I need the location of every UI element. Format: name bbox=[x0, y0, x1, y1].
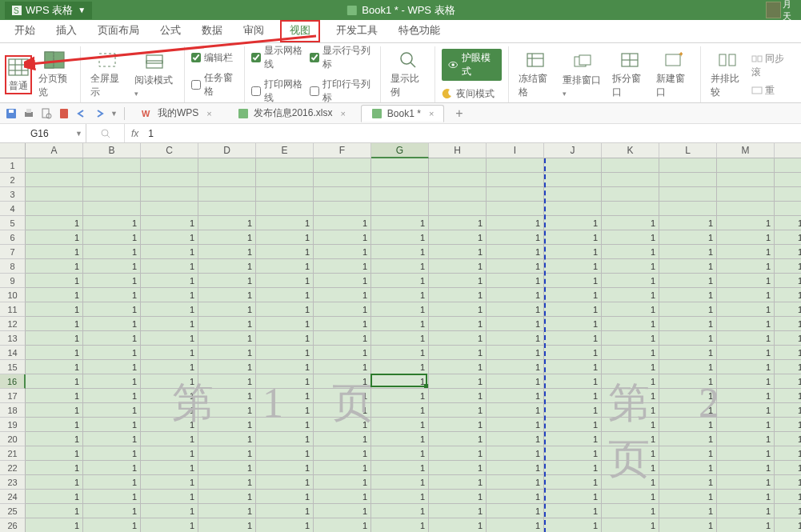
cell[interactable]: 1 bbox=[198, 360, 256, 374]
cell[interactable] bbox=[717, 173, 775, 187]
cell[interactable]: 1 bbox=[487, 302, 544, 317]
cell[interactable]: 1 bbox=[544, 216, 602, 230]
cell[interactable]: 1 bbox=[26, 274, 83, 288]
row-header[interactable]: 5 bbox=[0, 216, 26, 230]
cell[interactable]: 1 bbox=[717, 346, 775, 360]
cell[interactable]: 1 bbox=[141, 317, 198, 331]
column-header[interactable]: J bbox=[544, 143, 602, 158]
cell[interactable]: 1 bbox=[141, 418, 198, 432]
cell[interactable]: 1 bbox=[544, 389, 602, 403]
cell[interactable]: 1 bbox=[429, 504, 487, 518]
cell[interactable]: 1 bbox=[659, 446, 717, 461]
cell[interactable]: 1 bbox=[83, 518, 141, 532]
cell[interactable]: 1 bbox=[141, 288, 198, 302]
cell[interactable] bbox=[256, 158, 314, 173]
cell[interactable]: 1 bbox=[659, 475, 717, 490]
cell[interactable]: 1 bbox=[141, 245, 198, 259]
cell[interactable]: 1 bbox=[659, 230, 717, 245]
cell[interactable]: 1 bbox=[659, 302, 717, 317]
cell[interactable]: 1 bbox=[544, 288, 602, 302]
cell[interactable]: 1 bbox=[487, 317, 544, 331]
cell[interactable]: 1 bbox=[659, 389, 717, 403]
cell[interactable]: 1 bbox=[26, 245, 83, 259]
cell[interactable]: 1 bbox=[717, 317, 775, 331]
cell[interactable]: 1 bbox=[26, 317, 83, 331]
cell[interactable]: 1 bbox=[659, 374, 717, 389]
cell[interactable]: 1 bbox=[26, 475, 83, 490]
select-all-corner[interactable] bbox=[0, 143, 26, 158]
cell[interactable]: 1 bbox=[83, 374, 141, 389]
cell[interactable]: 1 bbox=[487, 418, 544, 432]
cell[interactable]: 1 bbox=[429, 518, 487, 532]
cell[interactable]: 1 bbox=[314, 230, 371, 245]
cell[interactable]: 1 bbox=[602, 504, 659, 518]
cell[interactable] bbox=[544, 202, 602, 216]
row-header[interactable]: 24 bbox=[0, 490, 26, 504]
print-gridlines-checkbox[interactable]: 打印网格线 bbox=[251, 78, 306, 105]
cell[interactable]: 1 bbox=[83, 259, 141, 274]
menu-item[interactable]: 特色功能 bbox=[394, 20, 445, 42]
row-header[interactable]: 3 bbox=[0, 187, 26, 202]
cell[interactable]: 1 bbox=[256, 504, 314, 518]
cell[interactable]: 1 bbox=[198, 418, 256, 432]
cell[interactable]: 1 bbox=[659, 490, 717, 504]
cell[interactable]: 1 bbox=[83, 230, 141, 245]
cell[interactable]: 1 bbox=[198, 259, 256, 274]
cell[interactable]: 1 bbox=[371, 418, 429, 432]
cell[interactable]: 1 bbox=[371, 389, 429, 403]
cell[interactable]: 1 bbox=[198, 389, 256, 403]
cell[interactable]: 1 bbox=[487, 446, 544, 461]
cell[interactable]: 1 bbox=[141, 518, 198, 532]
cell[interactable] bbox=[544, 173, 602, 187]
cell[interactable]: 1 bbox=[83, 446, 141, 461]
cell[interactable]: 1 bbox=[198, 331, 256, 346]
cell[interactable]: 1 bbox=[371, 288, 429, 302]
cell[interactable]: 1 bbox=[717, 230, 775, 245]
cell[interactable]: 1 bbox=[314, 216, 371, 230]
cell[interactable]: 1 bbox=[26, 504, 83, 518]
cell[interactable]: 1 bbox=[717, 331, 775, 346]
cell[interactable]: 1 bbox=[314, 389, 371, 403]
cell[interactable]: 1 bbox=[141, 504, 198, 518]
menu-item[interactable]: 开发工具 bbox=[331, 20, 382, 42]
cell[interactable]: 1 bbox=[26, 490, 83, 504]
cell[interactable]: 1 bbox=[198, 288, 256, 302]
cell[interactable]: 1 bbox=[83, 389, 141, 403]
cell[interactable]: 1 bbox=[198, 461, 256, 475]
cell[interactable]: 1 bbox=[26, 230, 83, 245]
cell[interactable]: 1 bbox=[83, 245, 141, 259]
cell[interactable]: 1 bbox=[602, 389, 659, 403]
column-header[interactable]: F bbox=[314, 143, 371, 158]
cell[interactable]: 1 bbox=[26, 259, 83, 274]
cell[interactable]: 1 bbox=[659, 403, 717, 418]
cell[interactable]: 1 bbox=[198, 245, 256, 259]
cell[interactable]: 1 bbox=[256, 461, 314, 475]
cell[interactable] bbox=[659, 202, 717, 216]
cell[interactable]: 1 bbox=[256, 446, 314, 461]
cell[interactable]: 1 bbox=[141, 461, 198, 475]
cell[interactable]: 1 bbox=[371, 216, 429, 230]
cell[interactable]: 1 bbox=[487, 288, 544, 302]
cell[interactable]: 1 bbox=[256, 389, 314, 403]
cell[interactable] bbox=[141, 202, 198, 216]
user-avatar[interactable]: 月天 bbox=[766, 2, 798, 18]
cell[interactable]: 1 bbox=[602, 418, 659, 432]
print-icon[interactable] bbox=[22, 107, 35, 120]
cell[interactable]: 1 bbox=[141, 230, 198, 245]
cell[interactable]: 1 bbox=[314, 518, 371, 532]
column-header[interactable]: H bbox=[429, 143, 487, 158]
column-header[interactable]: I bbox=[487, 143, 544, 158]
cell[interactable] bbox=[26, 202, 83, 216]
cell[interactable]: 1 bbox=[544, 374, 602, 389]
cell[interactable]: 1 bbox=[256, 346, 314, 360]
cell[interactable]: 1 bbox=[371, 461, 429, 475]
cell[interactable]: 1 bbox=[429, 245, 487, 259]
cell[interactable]: 1 bbox=[83, 461, 141, 475]
print-headings-checkbox[interactable]: 打印行号列标 bbox=[310, 78, 374, 105]
cell[interactable]: 1 bbox=[26, 446, 83, 461]
cell[interactable]: 1 bbox=[83, 317, 141, 331]
row-header[interactable]: 2 bbox=[0, 173, 26, 187]
cell[interactable]: 1 bbox=[717, 360, 775, 374]
cell[interactable]: 1 bbox=[198, 518, 256, 532]
cell[interactable]: 1 bbox=[429, 432, 487, 446]
